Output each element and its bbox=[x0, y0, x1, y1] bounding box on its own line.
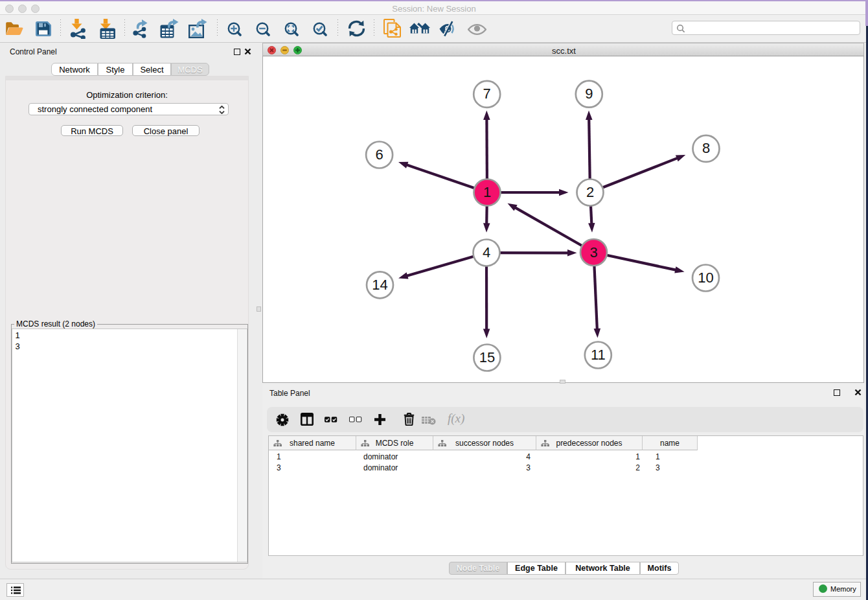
svg-text:6: 6 bbox=[375, 146, 383, 163]
svg-text:3: 3 bbox=[589, 244, 597, 260]
svg-text:9: 9 bbox=[585, 86, 593, 102]
svg-text:7: 7 bbox=[483, 86, 491, 102]
svg-text:14: 14 bbox=[372, 277, 387, 293]
svg-text:15: 15 bbox=[479, 349, 495, 365]
svg-text:10: 10 bbox=[698, 270, 713, 286]
svg-text:11: 11 bbox=[591, 347, 606, 363]
svg-text:2: 2 bbox=[586, 184, 594, 200]
svg-text:1: 1 bbox=[483, 184, 491, 200]
svg-text:4: 4 bbox=[483, 244, 490, 260]
svg-text:8: 8 bbox=[702, 140, 710, 156]
